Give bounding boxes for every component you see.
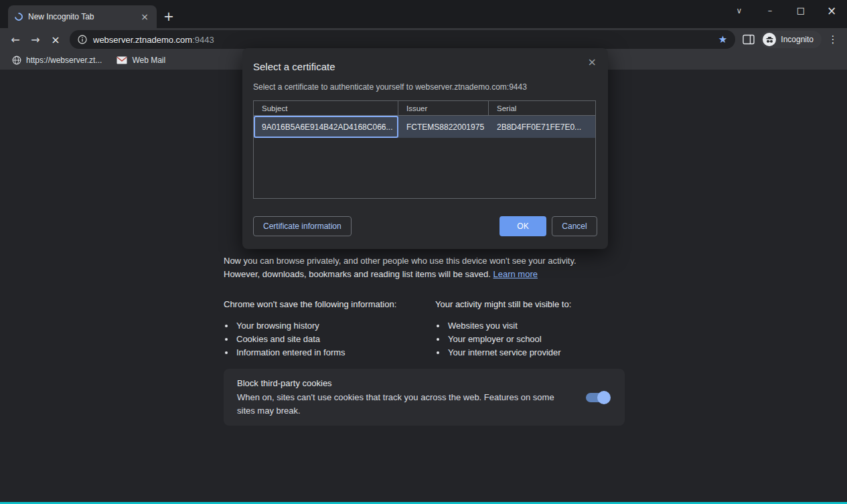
tab-search-chevron-icon[interactable]: ∨	[724, 0, 755, 21]
forward-button[interactable]: →	[25, 30, 46, 49]
dialog-subtitle: Select a certificate to authenticate you…	[253, 82, 527, 92]
bookmark-item-webserver[interactable]: https://webserver.zt...	[7, 52, 107, 68]
cookies-card-body: When on, sites can't use cookies that tr…	[237, 391, 574, 418]
visible-to-column: Your activity might still be visible to:…	[435, 298, 647, 359]
table-header: Subject Issuer Serial	[254, 101, 595, 116]
incognito-info-columns: Chrome won't save the following informat…	[224, 298, 647, 359]
list-item: Your browsing history	[235, 319, 435, 333]
loading-spinner-icon	[13, 11, 25, 23]
column-header-serial[interactable]: Serial	[489, 101, 595, 115]
dialog-close-icon[interactable]: ×	[585, 54, 599, 70]
url-host: webserver.ztnademo.com	[93, 35, 192, 45]
url-port: :9443	[192, 35, 214, 45]
list-item: Your employer or school	[447, 333, 647, 346]
third-party-cookies-card: Block third-party cookies When on, sites…	[224, 369, 625, 426]
mail-icon	[117, 56, 127, 64]
visible-to-title: Your activity might still be visible to:	[435, 298, 647, 311]
table-row[interactable]: 9A016B5A6E914B42AD4168C066... FCTEMS8822…	[254, 116, 595, 138]
wont-save-list: Your browsing history Cookies and site d…	[224, 319, 435, 359]
maximize-button[interactable]: □	[785, 0, 816, 21]
list-item: Information entered in forms	[235, 346, 435, 359]
url-text[interactable]: webserver.ztnademo.com:9443	[93, 35, 214, 45]
dialog-title: Select a certificate	[253, 61, 335, 72]
site-info-icon[interactable]	[78, 35, 87, 44]
bookmark-label: https://webserver.zt...	[26, 56, 102, 65]
tab-title: New Incognito Tab	[28, 12, 133, 21]
wont-save-title: Chrome won't save the following informat…	[224, 298, 435, 311]
dialog-footer: Certificate information OK Cancel	[253, 216, 597, 236]
cookies-card-title: Block third-party cookies	[237, 377, 574, 390]
stop-loading-button[interactable]: ×	[46, 30, 66, 49]
window-controls: ∨ – □ ×	[724, 0, 847, 21]
learn-more-link[interactable]: Learn more	[493, 269, 537, 279]
profile-label: Incognito	[781, 35, 814, 44]
bookmark-label: Web Mail	[132, 56, 165, 65]
certificate-information-button[interactable]: Certificate information	[253, 216, 352, 236]
incognito-intro-text: Now you can browse privately, and other …	[224, 254, 612, 281]
block-cookies-toggle[interactable]	[586, 393, 609, 402]
wont-save-column: Chrome won't save the following informat…	[224, 298, 435, 359]
profile-chip[interactable]: Incognito	[761, 31, 822, 48]
browser-window: New Incognito Tab × + ∨ – □ × ← → × webs…	[0, 0, 847, 504]
list-item: Websites you visit	[447, 319, 647, 333]
certificate-table: Subject Issuer Serial 9A016B5A6E914B42AD…	[253, 100, 596, 199]
close-window-button[interactable]: ×	[816, 0, 847, 21]
minimize-button[interactable]: –	[755, 0, 785, 21]
select-certificate-dialog: × Select a certificate Select a certific…	[242, 48, 608, 249]
tab-new-incognito[interactable]: New Incognito Tab ×	[8, 5, 157, 28]
cell-serial[interactable]: 2B8D4FF0E71FE7E0...	[489, 116, 595, 138]
toolbar: ← → × webserver.ztnademo.com:9443 ★	[0, 28, 847, 51]
side-panel-icon[interactable]	[739, 30, 758, 49]
cookies-card-text: Block third-party cookies When on, sites…	[237, 377, 574, 418]
visible-to-list: Websites you visit Your employer or scho…	[435, 319, 647, 359]
ok-button[interactable]: OK	[499, 216, 546, 236]
back-button[interactable]: ←	[5, 30, 25, 49]
cancel-button[interactable]: Cancel	[552, 216, 597, 236]
toggle-knob	[597, 391, 611, 404]
cell-issuer[interactable]: FCTEMS8822001975	[398, 116, 489, 138]
browser-menu-icon[interactable]: ⋮	[824, 30, 842, 49]
cell-subject[interactable]: 9A016B5A6E914B42AD4168C066...	[254, 116, 398, 138]
bookmark-item-webmail[interactable]: Web Mail	[111, 52, 171, 68]
list-item: Cookies and site data	[235, 333, 435, 346]
column-header-issuer[interactable]: Issuer	[398, 101, 489, 115]
incognito-avatar-icon	[763, 33, 776, 46]
tab-strip: New Incognito Tab × + ∨ – □ ×	[0, 0, 847, 28]
new-tab-button[interactable]: +	[163, 10, 174, 23]
column-header-subject[interactable]: Subject	[254, 101, 398, 115]
list-item: Your internet service provider	[447, 346, 647, 359]
address-bar[interactable]: webserver.ztnademo.com:9443 ★	[70, 30, 735, 49]
bookmark-star-icon[interactable]: ★	[718, 35, 727, 45]
globe-icon	[12, 56, 21, 65]
tab-close-icon[interactable]: ×	[138, 11, 151, 23]
